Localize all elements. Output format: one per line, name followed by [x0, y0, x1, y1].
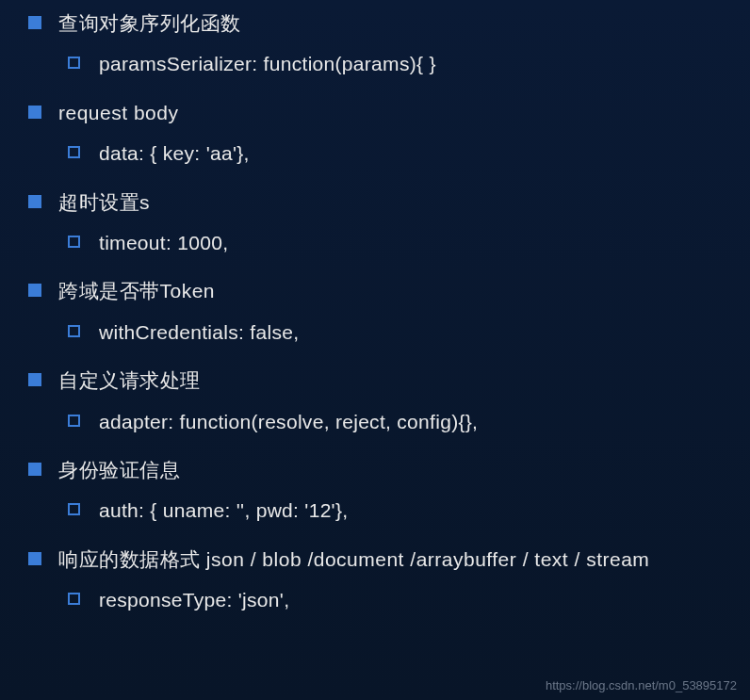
list-subitem: withCredentials: false,: [68, 318, 731, 346]
square-filled-icon: [28, 284, 41, 297]
square-outline-icon: [68, 325, 80, 337]
subitem-label: responseType: 'json',: [99, 586, 289, 613]
item-label: 超时设置s: [58, 188, 150, 216]
subitem-label: data: { key: 'aa'},: [99, 139, 250, 167]
square-outline-icon: [68, 57, 80, 69]
subitem-label: withCredentials: false,: [99, 318, 299, 346]
list-item: 身份验证信息: [19, 456, 731, 483]
subitem-label: adapter: function(resolve, reject, confi…: [99, 408, 478, 435]
list-subitem: data: { key: 'aa'},: [68, 139, 731, 167]
list-item: 响应的数据格式 json / blob /document /arraybuff…: [19, 545, 731, 573]
square-outline-icon: [68, 503, 80, 515]
list-item: request body: [19, 99, 731, 126]
item-label: request body: [58, 99, 178, 126]
square-outline-icon: [68, 236, 80, 248]
square-filled-icon: [28, 463, 41, 476]
list-item: 超时设置s: [19, 188, 731, 216]
config-list: 查询对象序列化函数 paramsSerializer: function(par…: [19, 9, 731, 613]
item-label: 身份验证信息: [58, 456, 180, 483]
subitem-label: auth: { uname: '', pwd: '12'},: [99, 497, 348, 524]
square-outline-icon: [68, 593, 80, 605]
square-filled-icon: [28, 373, 41, 386]
list-subitem: paramsSerializer: function(params){ }: [68, 50, 731, 77]
watermark-url: https://blog.csdn.net/m0_53895172: [546, 678, 737, 692]
square-filled-icon: [28, 106, 41, 119]
item-label: 跨域是否带Token: [58, 277, 215, 304]
subitem-label: paramsSerializer: function(params){ }: [99, 50, 436, 77]
subitem-label: timeout: 1000,: [99, 229, 228, 256]
square-outline-icon: [68, 146, 80, 158]
square-filled-icon: [28, 195, 41, 208]
list-item: 查询对象序列化函数: [19, 9, 731, 37]
square-outline-icon: [68, 415, 80, 427]
item-label: 自定义请求处理: [58, 366, 201, 394]
item-label: 查询对象序列化函数: [58, 9, 241, 37]
list-subitem: adapter: function(resolve, reject, confi…: [68, 408, 731, 435]
list-subitem: auth: { uname: '', pwd: '12'},: [68, 497, 731, 524]
square-filled-icon: [28, 16, 41, 29]
list-subitem: responseType: 'json',: [68, 586, 731, 613]
list-item: 跨域是否带Token: [19, 277, 731, 304]
list-subitem: timeout: 1000,: [68, 229, 731, 256]
square-filled-icon: [28, 552, 41, 565]
item-label: 响应的数据格式 json / blob /document /arraybuff…: [58, 545, 649, 573]
list-item: 自定义请求处理: [19, 366, 731, 394]
